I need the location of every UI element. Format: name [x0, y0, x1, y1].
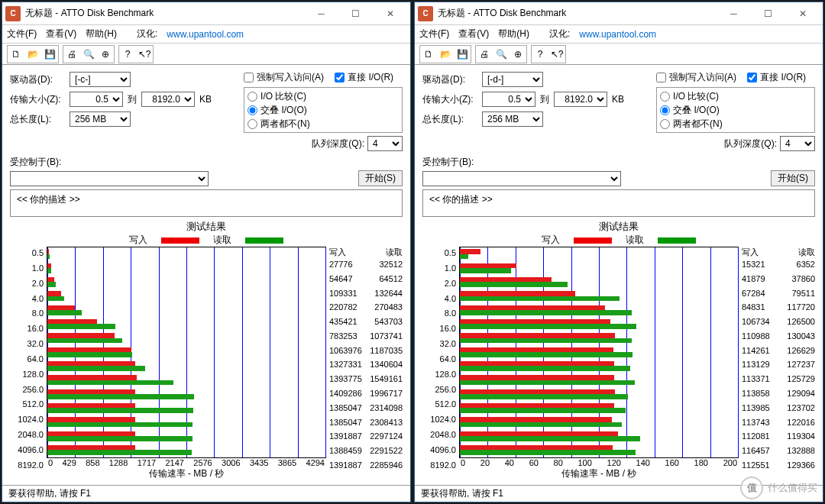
new-icon[interactable]: 🗋 — [8, 46, 24, 63]
content: 驱动器(D):[-d-] 传输大小(Z):0.5到8192.0KB 总长度(L)… — [415, 65, 823, 485]
whatsthis-icon[interactable]: ↖? — [548, 46, 565, 63]
xtick: 429 — [62, 458, 76, 467]
zoom-icon[interactable]: ⊕ — [97, 46, 114, 63]
bar-read — [47, 450, 192, 455]
bar-read — [460, 366, 630, 371]
print-icon[interactable]: 🖨 — [63, 46, 80, 63]
xfer-label: 传输大小(Z): — [10, 93, 70, 106]
maximize-button[interactable]: ☐ — [751, 3, 785, 24]
bar-write — [460, 389, 615, 395]
drive-select[interactable]: [-d-] — [482, 72, 543, 87]
bar-write — [460, 445, 613, 451]
minimize-button[interactable]: ─ — [304, 3, 338, 24]
titlebar[interactable]: C 无标题 - ATTO Disk Benchmark ─ ☐ ✕ — [2, 2, 410, 25]
controlled-select[interactable] — [422, 171, 621, 186]
watermark-badge: 值 — [740, 477, 763, 499]
direct-checkbox[interactable]: 直接 I/O(R) — [335, 71, 393, 84]
ylabel: 128.0 — [22, 370, 44, 379]
close-button[interactable]: ✕ — [373, 3, 407, 24]
total-label: 总长度(L): — [10, 113, 70, 126]
chart-plot — [47, 247, 326, 458]
open-icon[interactable]: 📂 — [24, 46, 41, 63]
num-row: 13850472308413 — [329, 418, 403, 427]
zoom-icon[interactable]: ⊕ — [510, 46, 526, 63]
num-row: 13273311340604 — [329, 360, 403, 369]
total-label: 总长度(L): — [422, 113, 482, 126]
num-row: 84831117720 — [742, 302, 815, 312]
ylabel: 0.5 — [445, 248, 456, 257]
radio-compare[interactable]: I/O 比较(C) — [247, 89, 399, 103]
xtick: 200 — [723, 458, 737, 467]
hanhua-link[interactable]: www.upantool.com — [579, 29, 656, 40]
xtick: 40 — [505, 458, 514, 467]
bar-read — [460, 436, 640, 441]
menubar: 文件(F) 查看(V) 帮助(H) 汉化: www.upantool.com — [415, 25, 823, 44]
open-icon[interactable]: 📂 — [437, 46, 454, 63]
menu-file[interactable]: 文件(F) — [419, 27, 449, 40]
radio-neither[interactable]: 两者都不(N) — [660, 117, 811, 131]
description-box[interactable]: << 你的描述 >> — [422, 189, 815, 217]
menu-view[interactable]: 查看(V) — [46, 27, 76, 40]
menu-view[interactable]: 查看(V) — [458, 27, 489, 40]
bar-write — [460, 263, 516, 269]
new-icon[interactable]: 🗋 — [420, 46, 437, 63]
hanhua-link[interactable]: www.upantool.com — [167, 29, 244, 40]
bar-write — [460, 291, 575, 296]
preview-icon[interactable]: 🔍 — [80, 46, 97, 63]
queue-select[interactable]: 4 — [780, 136, 815, 151]
statusbar: 要获得帮助, 请按 F1 — [2, 485, 410, 502]
bar-read — [47, 310, 82, 315]
help-icon[interactable]: ? — [532, 46, 548, 63]
xfer-label: 传输大小(Z): — [422, 93, 482, 106]
xtick: 100 — [578, 458, 591, 467]
legend: 写入 读取 — [422, 234, 815, 247]
bar-read — [460, 422, 622, 428]
queue-select[interactable]: 4 — [367, 136, 403, 151]
start-button[interactable]: 开始(S) — [358, 170, 403, 186]
ylabel: 256.0 — [22, 385, 44, 394]
close-button[interactable]: ✕ — [785, 3, 820, 24]
direct-checkbox[interactable]: 直接 I/O(R) — [747, 71, 806, 84]
whatsthis-icon[interactable]: ↖? — [136, 46, 153, 63]
force-checkbox[interactable]: 强制写入访问(A) — [244, 71, 324, 84]
bar-read — [47, 324, 115, 329]
menu-help[interactable]: 帮助(H) — [86, 27, 117, 40]
ylabel: 2.0 — [32, 279, 44, 288]
ylabel: 8.0 — [32, 309, 44, 318]
minimize-button[interactable]: ─ — [717, 3, 751, 24]
menu-help[interactable]: 帮助(H) — [498, 27, 529, 40]
xfer-from[interactable]: 0.5 — [482, 92, 535, 107]
xtick: 160 — [665, 458, 679, 467]
num-row: 113743122016 — [742, 418, 815, 427]
radio-overlap[interactable]: 交叠 I/O(O) — [660, 103, 811, 117]
xtick: 2576 — [193, 458, 212, 467]
bar-read — [460, 394, 628, 399]
bar-write — [460, 431, 618, 437]
preview-icon[interactable]: 🔍 — [493, 46, 510, 63]
save-icon[interactable]: 💾 — [41, 46, 58, 63]
results-title: 测试结果 — [10, 220, 403, 234]
radio-neither[interactable]: 两者都不(N) — [247, 117, 399, 131]
drive-select[interactable]: [-c-] — [70, 72, 131, 87]
total-select[interactable]: 256 MB — [70, 111, 131, 127]
maximize-button[interactable]: ☐ — [338, 3, 373, 24]
xfer-to[interactable]: 8192.0 — [141, 92, 195, 107]
titlebar[interactable]: C 无标题 - ATTO Disk Benchmark ─ ☐ ✕ — [415, 2, 823, 25]
xtick: 3435 — [250, 458, 268, 467]
description-box[interactable]: << 你的描述 >> — [10, 189, 403, 217]
start-button[interactable]: 开始(S) — [771, 170, 815, 186]
save-icon[interactable]: 💾 — [454, 46, 471, 63]
num-row: 13918872297124 — [329, 431, 403, 441]
controlled-select[interactable] — [10, 171, 209, 186]
xtick: 20 — [480, 458, 490, 467]
menu-file[interactable]: 文件(F) — [7, 27, 37, 40]
radio-overlap[interactable]: 交叠 I/O(O) — [247, 103, 399, 117]
xfer-from[interactable]: 0.5 — [70, 92, 123, 107]
print-icon[interactable]: 🖨 — [476, 46, 493, 63]
xfer-to[interactable]: 8192.0 — [554, 92, 607, 107]
help-icon[interactable]: ? — [119, 46, 136, 63]
radio-compare[interactable]: I/O 比较(C) — [660, 89, 811, 103]
total-select[interactable]: 256 MB — [482, 111, 543, 127]
bar-write — [460, 403, 614, 409]
force-checkbox[interactable]: 强制写入访问(A) — [656, 71, 736, 84]
